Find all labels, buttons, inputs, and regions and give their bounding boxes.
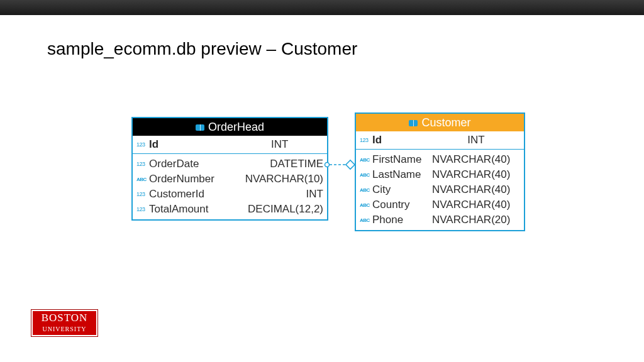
column-name: CustomerId: [149, 188, 306, 200]
table-customer: Customer Id INT FirstName NVARCHAR(40) L…: [355, 112, 525, 231]
column-name: OrderNumber: [149, 173, 245, 185]
column-name: Id: [372, 134, 432, 146]
column-type: NVARCHAR(10): [245, 173, 323, 185]
table-orderhead: OrderHead Id INT OrderDate DATETIME Orde…: [131, 117, 328, 221]
column-type: NVARCHAR(20): [432, 214, 510, 226]
column-type: INT: [236, 138, 324, 151]
column-name: City: [372, 184, 432, 196]
slide-title: sample_ecomm.db preview – Customer: [47, 39, 357, 59]
table-row: LastName NVARCHAR(40): [356, 167, 524, 182]
column-name: Phone: [372, 214, 432, 226]
string-type-icon: [360, 202, 372, 208]
slide: sample_ecomm.db preview – Customer Order…: [0, 0, 644, 362]
table-row: Id INT: [133, 136, 327, 154]
column-type: NVARCHAR(40): [432, 199, 510, 211]
logo-line1: BOSTON: [31, 310, 97, 325]
table-row: CustomerId INT: [133, 187, 327, 202]
table-orderhead-name: OrderHead: [208, 121, 264, 133]
table-customer-header: Customer: [356, 114, 524, 131]
column-type: NVARCHAR(40): [432, 168, 510, 181]
string-type-icon: [360, 172, 372, 178]
table-row: Id INT: [356, 131, 524, 150]
table-row: FirstName NVARCHAR(40): [356, 152, 524, 167]
numeric-type-icon: [360, 138, 372, 143]
numeric-type-icon: [136, 192, 149, 197]
svg-point-0: [325, 163, 330, 167]
column-name: OrderDate: [149, 158, 270, 170]
table-row: Phone NVARCHAR(20): [356, 212, 524, 230]
column-name: LastName: [372, 168, 432, 181]
table-row: TotalAmount DECIMAL(12,2): [133, 202, 327, 219]
svg-rect-2: [346, 160, 355, 169]
column-name: Country: [372, 199, 432, 211]
table-customer-name: Customer: [421, 116, 470, 129]
column-name: Id: [149, 138, 236, 151]
string-type-icon: [360, 187, 372, 193]
column-type: NVARCHAR(40): [432, 153, 510, 166]
column-type: DATETIME: [270, 158, 323, 170]
table-row: City NVARCHAR(40): [356, 182, 524, 197]
window-top-bar: [0, 0, 644, 15]
column-name: TotalAmount: [149, 203, 248, 216]
table-orderhead-header: OrderHead: [133, 118, 327, 136]
relation-connector: [325, 158, 356, 171]
logo-line2: UNIVERSITY: [31, 325, 97, 334]
column-name: FirstName: [372, 153, 432, 166]
table-icon: [196, 124, 204, 131]
column-type: INT: [432, 134, 520, 146]
table-row: OrderDate DATETIME: [133, 156, 327, 172]
boston-university-logo: BOSTON UNIVERSITY: [31, 309, 98, 337]
column-type: NVARCHAR(40): [432, 184, 510, 196]
table-icon: [409, 120, 418, 126]
numeric-type-icon: [136, 142, 149, 148]
numeric-type-icon: [136, 207, 149, 212]
column-type: DECIMAL(12,2): [248, 203, 323, 216]
string-type-icon: [136, 177, 149, 182]
numeric-type-icon: [136, 162, 149, 167]
column-type: INT: [306, 188, 323, 200]
string-type-icon: [360, 157, 372, 163]
table-row: OrderNumber NVARCHAR(10): [133, 172, 327, 187]
string-type-icon: [360, 217, 372, 223]
table-row: Country NVARCHAR(40): [356, 197, 524, 212]
